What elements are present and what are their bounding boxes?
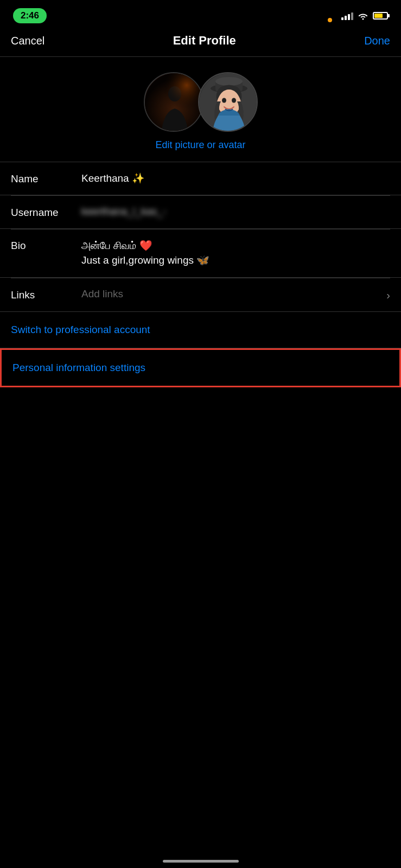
- signal-bar-2: [345, 16, 347, 20]
- switch-professional-link[interactable]: Switch to professional account: [11, 324, 150, 335]
- svg-point-9: [222, 98, 226, 103]
- links-chevron-icon: ›: [386, 288, 390, 302]
- switch-professional-item[interactable]: Switch to professional account: [0, 312, 401, 348]
- status-icons: [341, 11, 388, 20]
- username-label: Username: [11, 206, 81, 219]
- signal-bar-3: [348, 14, 350, 20]
- username-value[interactable]: keerthana_l_kas_-: [81, 206, 390, 218]
- bio-field-row[interactable]: Bio அன்பே சிவம் ❤️ Just a girl,growing w…: [0, 229, 401, 278]
- links-label: Links: [11, 288, 81, 301]
- memoji-avatar[interactable]: [198, 72, 258, 132]
- personal-info-settings-link[interactable]: Personal information settings: [12, 362, 145, 373]
- battery-icon: [373, 12, 388, 20]
- avatar-section: Edit picture or avatar: [0, 57, 401, 162]
- svg-point-10: [232, 98, 236, 103]
- svg-point-3: [145, 73, 203, 132]
- form-section: Name Keerthana ✨ Username keerthana_l_ka…: [0, 162, 401, 312]
- profile-photo-svg: [145, 73, 203, 132]
- edit-picture-link[interactable]: Edit picture or avatar: [155, 139, 245, 151]
- signal-bar-4: [351, 12, 353, 20]
- name-field-row[interactable]: Name Keerthana ✨: [0, 162, 401, 195]
- memoji-svg: [199, 73, 258, 132]
- status-bar: 2:46: [0, 0, 401, 29]
- orange-dot: [328, 18, 332, 22]
- bio-value[interactable]: அன்பே சிவம் ❤️ Just a girl,growing wings…: [81, 239, 390, 267]
- wifi-icon: [358, 11, 368, 20]
- action-section: Switch to professional account Personal …: [0, 312, 401, 387]
- bio-label: Bio: [11, 239, 81, 252]
- svg-point-7: [215, 77, 243, 86]
- username-field-row[interactable]: Username keerthana_l_kas_-: [0, 196, 401, 229]
- battery-fill: [374, 14, 383, 18]
- page-title: Edit Profile: [173, 34, 236, 48]
- status-bar-left: 2:46: [13, 8, 47, 23]
- personal-info-settings-item[interactable]: Personal information settings: [0, 348, 401, 387]
- nav-bar: Cancel Edit Profile Done: [0, 29, 401, 57]
- avatar-container[interactable]: [136, 72, 266, 132]
- profile-photo[interactable]: [144, 72, 203, 132]
- links-field-row[interactable]: Links Add links ›: [0, 278, 401, 311]
- links-value[interactable]: Add links: [81, 288, 386, 300]
- signal-bars-icon: [341, 11, 353, 20]
- cancel-button[interactable]: Cancel: [11, 35, 44, 47]
- signal-bar-1: [341, 17, 343, 20]
- name-value[interactable]: Keerthana ✨: [81, 172, 390, 184]
- name-label: Name: [11, 172, 81, 185]
- done-button[interactable]: Done: [364, 35, 390, 47]
- home-indicator: [163, 860, 239, 863]
- status-time: 2:46: [13, 8, 47, 23]
